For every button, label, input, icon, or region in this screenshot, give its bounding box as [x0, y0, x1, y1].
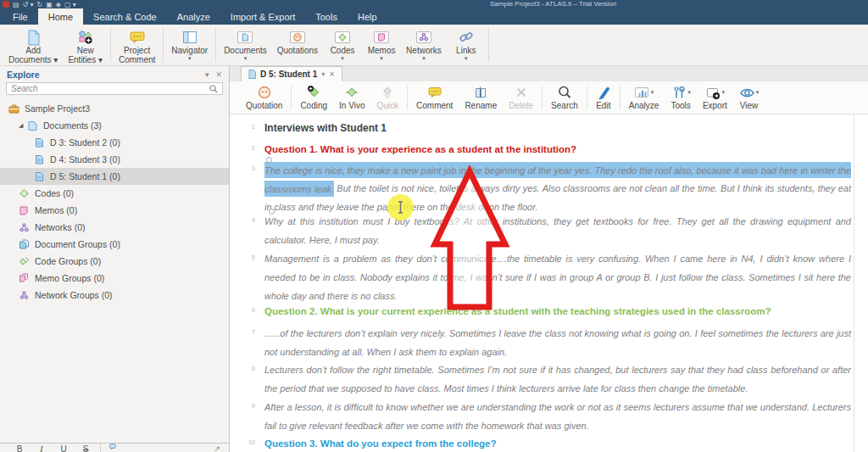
clipboard-icon[interactable]: ▣: [46, 1, 53, 8]
tree-item-networks[interactable]: Networks (0): [0, 219, 229, 236]
toolbar-button-analyze[interactable]: ▾Analyze: [623, 81, 665, 114]
ribbon-button-quotations[interactable]: Quotations: [272, 25, 323, 65]
question-heading: Question 2. What is your current experie…: [264, 302, 851, 321]
ribbon-button-label: Navigator: [171, 47, 208, 56]
toolbar-button-in-vivo[interactable]: In Vivo: [333, 81, 370, 114]
tree-item-codes[interactable]: Codes (0): [0, 185, 229, 202]
document-content[interactable]: 1Interviews with Student 12Question 1. W…: [230, 114, 868, 452]
format-i-button[interactable]: I: [31, 444, 53, 452]
toolbar-button-rename[interactable]: Rename: [459, 81, 503, 114]
line-number: 8: [231, 365, 255, 372]
toolbar-button-label: Quick: [376, 101, 398, 111]
format-b-button[interactable]: B: [8, 444, 31, 452]
menu-tab-import-export[interactable]: Import & Export: [220, 8, 305, 25]
tree-item-code-groups[interactable]: Code Groups (0): [0, 253, 229, 270]
toolbar-button-label: Tools: [670, 101, 690, 111]
tab-dropdown-icon[interactable]: ▾: [321, 70, 325, 78]
ribbon-button-add-documents[interactable]: Add Documents ▾: [3, 25, 63, 65]
dropdown-caret-icon[interactable]: ▾: [188, 56, 192, 61]
toolbar-button-coding[interactable]: Coding: [294, 81, 333, 114]
ribbon-button-navigator[interactable]: Navigator▾: [166, 25, 213, 65]
toolbar-button-search[interactable]: Search: [545, 81, 584, 114]
tree-item-document-groups[interactable]: Document Groups (0): [0, 236, 229, 253]
comment-icon[interactable]: [104, 444, 123, 452]
documents-icon: [236, 27, 253, 47]
quotations-icon: [289, 27, 306, 47]
text-segment: Question 1. What is your experience as a…: [264, 144, 576, 154]
tree-item-documents[interactable]: ◢Documents (3): [0, 117, 229, 134]
tab-close-icon[interactable]: ✕: [329, 70, 335, 78]
ribbon-button-networks[interactable]: Networks▾: [401, 25, 447, 65]
tree-item-memos[interactable]: Memos (0): [0, 202, 229, 219]
toolbar-separator: [407, 86, 408, 109]
explore-panel-header: Explore ▾ ✕: [0, 66, 229, 81]
ribbon-button-memos[interactable]: Memos▾: [362, 25, 401, 65]
app-icon[interactable]: [3, 1, 9, 8]
tree-expander-icon[interactable]: ◢: [19, 122, 25, 129]
search-icon: [557, 84, 572, 101]
window-title: Sample Project3 - ATLAS.ti – Trial Versi…: [490, 0, 616, 8]
format-u-button[interactable]: U: [53, 444, 75, 452]
question-heading: Question 1. What is your experience as a…: [264, 140, 851, 159]
format-s-button[interactable]: S: [75, 444, 97, 452]
toolbar-button-label: Rename: [465, 101, 497, 111]
options-icon[interactable]: ▢ ▾: [64, 1, 76, 8]
document-toolbar: QuotationCodingIn VivoQuickCommentRename…: [230, 81, 868, 114]
line-number: 5: [231, 254, 255, 261]
tree-item-label: D 5: Student 1 (0): [50, 171, 120, 181]
line-number: 3: [231, 165, 255, 172]
panel-menu-icon[interactable]: ▾: [205, 70, 209, 79]
tree-item-d-4-student-3[interactable]: D 4: Student 3 (0): [0, 151, 229, 168]
menu-tab-tools[interactable]: Tools: [305, 8, 348, 25]
text-segment: Interviews with Student 1: [264, 122, 387, 134]
menu-tab-home[interactable]: Home: [38, 8, 83, 25]
dropdown-caret-icon[interactable]: ▾: [422, 56, 426, 61]
toolbar-button-label: In Vivo: [339, 101, 364, 111]
toolbar-button-comment[interactable]: Comment: [410, 81, 459, 114]
toolbar-button-quotation[interactable]: Quotation: [240, 81, 288, 114]
network-groups-icon: [19, 290, 30, 300]
ribbon-separator: [488, 28, 489, 62]
redo-icon[interactable]: ↻: [37, 1, 43, 8]
toolbar-separator: [291, 86, 292, 109]
add-documents-icon: [25, 27, 42, 47]
project-icon: [8, 103, 19, 114]
tree-item-memo-groups[interactable]: Memo Groups (0): [0, 270, 229, 287]
explore-panel: Explore ▾ ✕ Search Sample Project3◢Docum…: [0, 66, 230, 452]
toolbar-button-export[interactable]: ▾Export: [697, 81, 733, 114]
ribbon-button-project-comment[interactable]: Project Comment: [114, 25, 160, 65]
dropdown-caret-icon[interactable]: ▾: [244, 56, 248, 61]
toolbar-button-edit[interactable]: Edit: [590, 81, 617, 114]
text-segment: Question 3. What do you expect from the …: [264, 438, 496, 449]
line-number: 4: [231, 216, 255, 224]
toolbar-button-tools[interactable]: ▾Tools: [665, 81, 697, 114]
toolbar-button-label: Comment: [416, 101, 453, 111]
tree-item-d-3-student-2[interactable]: D 3: Student 2 (0): [0, 134, 229, 151]
rename-icon: [473, 84, 488, 101]
undo-icon[interactable]: ↺ ▾: [23, 1, 34, 8]
menu-tab-search-code[interactable]: Search & Code: [83, 8, 167, 25]
tree-item-network-groups[interactable]: Network Groups (0): [0, 287, 229, 304]
menu-tab-help[interactable]: Help: [348, 8, 387, 25]
ribbon-button-documents[interactable]: Documents▾: [219, 25, 272, 65]
menu-tab-file[interactable]: File: [3, 8, 38, 25]
explore-search-input[interactable]: Search: [6, 82, 223, 95]
tree-item-d-5-student-1[interactable]: D 5: Student 1 (0): [0, 168, 229, 185]
ribbon-button-new-entities[interactable]: New Entities ▾: [63, 25, 108, 65]
save-icon[interactable]: ▤: [13, 1, 19, 8]
dropdown-caret-icon[interactable]: ▾: [341, 56, 344, 61]
toolbar-button-view[interactable]: ▾View: [733, 81, 765, 114]
ribbon-button-links[interactable]: Links▾: [447, 25, 486, 65]
ribbon-button-label: Networks: [406, 47, 442, 56]
panel-close-icon[interactable]: ✕: [215, 70, 222, 79]
entity-icon[interactable]: ◈: [56, 1, 61, 8]
new-entities-icon: [77, 27, 94, 47]
menu-tab-analyze[interactable]: Analyze: [167, 8, 220, 25]
expand-icon[interactable]: ↗: [214, 444, 220, 452]
document-tab[interactable]: D 5: Student 1 ▾ ✕: [241, 66, 342, 81]
question-heading: Question 3. What do you expect from the …: [264, 434, 851, 452]
dropdown-caret-icon[interactable]: ▾: [380, 56, 383, 61]
tree-item-sample-project3[interactable]: Sample Project3: [0, 100, 229, 117]
ribbon-button-codes[interactable]: Codes▾: [323, 25, 362, 65]
dropdown-caret-icon[interactable]: ▾: [465, 56, 468, 61]
